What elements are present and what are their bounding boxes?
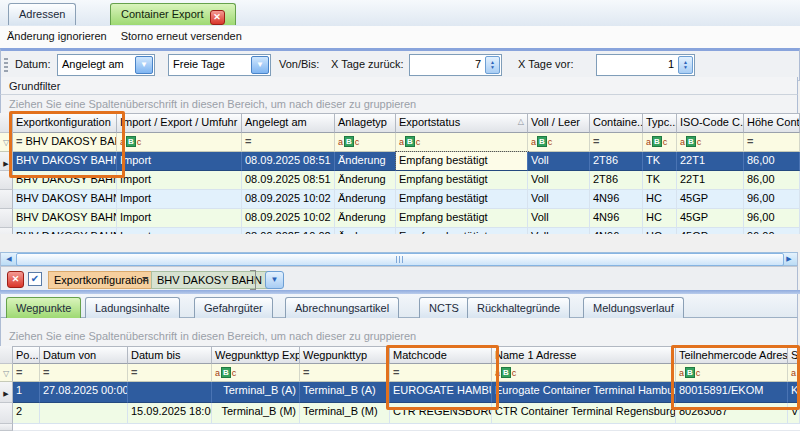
column-header-wegpunkttyp-exp-[interactable]: Wegpunkttyp Exp... (212, 346, 300, 364)
column-header-iso-code-c-[interactable]: ISO-Code C... (677, 113, 744, 133)
cell[interactable]: 2 (13, 403, 40, 424)
cell[interactable]: 15.09.2025 18:00 (128, 403, 212, 424)
row-indicator[interactable] (0, 190, 13, 209)
column-header-containe-[interactable]: Containe... (590, 113, 643, 133)
cell[interactable]: Änderung (335, 152, 396, 171)
cell[interactable]: Voll (528, 171, 590, 190)
column-header-angelegt-am[interactable]: Angelegt am (242, 113, 335, 133)
tab-adressen[interactable]: Adressen (8, 3, 76, 25)
cell[interactable]: Empfang bestätigt (396, 152, 528, 171)
cell[interactable]: 96,00 (744, 209, 800, 228)
cell[interactable]: TK (643, 171, 677, 190)
filter-cell[interactable]: aBc (212, 364, 300, 382)
cell[interactable]: 22T1 (677, 171, 744, 190)
cell[interactable]: 22T1 (677, 152, 744, 171)
filter-cell[interactable]: = (13, 364, 40, 382)
cell[interactable]: BHV DAKOSY BAHN (13, 190, 117, 209)
date-field-combobox[interactable]: Angelegt am ▼ (57, 54, 155, 76)
toolbar-button--nderung-ignorieren[interactable]: Änderung ignorieren (0, 26, 114, 47)
filter-cell[interactable]: aBc (528, 133, 590, 152)
column-header-wegpunkttyp[interactable]: Wegpunkttyp (300, 346, 390, 364)
cell[interactable]: Terminal_B (M) (212, 403, 300, 424)
cell[interactable]: CTR Container Terminal Regensburg (492, 403, 676, 424)
filter-enabled-checkbox[interactable]: ✔ (28, 272, 42, 286)
toolbar-button-storno-erneut-versenden[interactable]: Storno erneut versenden (114, 26, 249, 47)
cell[interactable]: Terminal_B (A) (212, 382, 300, 403)
cell[interactable]: Änderung (335, 209, 396, 228)
tab-wegpunkte[interactable]: Wegpunkte (6, 297, 81, 318)
column-header-name-adresse[interactable]: Name 1 Adresse (492, 346, 676, 364)
cell[interactable]: 1 (13, 382, 40, 403)
cell[interactable]: Import (117, 209, 242, 228)
cell[interactable]: Import (117, 171, 242, 190)
cell[interactable]: 86,00 (744, 152, 800, 171)
tab-ladungsinhalte[interactable]: Ladungsinhalte (85, 297, 180, 318)
cell[interactable]: 08.09.2025 10:02 (242, 190, 335, 209)
cell[interactable]: TK (643, 152, 677, 171)
cell[interactable]: 45GP (677, 209, 744, 228)
filter-cell[interactable]: = (128, 364, 212, 382)
tab-ncts[interactable]: NCTS (419, 297, 469, 318)
cell[interactable]: 2T86 (590, 171, 643, 190)
tab-rückhaltegründe[interactable]: Rückhaltegründe (467, 297, 570, 318)
spinner-updown-icon[interactable]: ▲▼ (678, 56, 693, 74)
date-mode-combobox[interactable]: Freie Tage ▼ (168, 54, 271, 76)
grundfilter-section-header[interactable]: Grundfilter (0, 77, 798, 95)
filter-cell[interactable]: = (744, 133, 800, 152)
close-icon[interactable]: ✕ (210, 10, 225, 25)
column-header-datum-von[interactable]: Datum von (40, 346, 128, 364)
row-indicator[interactable]: ▶ (0, 382, 13, 403)
scrollbar-thumb[interactable] (16, 253, 784, 266)
cell[interactable]: Import (117, 152, 242, 171)
clear-filter-button[interactable]: ✕ (7, 271, 24, 288)
filter-cell[interactable]: = (40, 364, 128, 382)
cell[interactable]: Import (117, 190, 242, 209)
chevron-down-icon[interactable]: ▼ (135, 56, 153, 74)
cell[interactable]: 27.08.2025 00:00 (40, 382, 128, 403)
cell[interactable]: Voll (528, 190, 590, 209)
cell[interactable]: Empfang bestätigt (396, 171, 528, 190)
cell[interactable]: 96,00 (744, 190, 800, 209)
cell[interactable]: Empfang bestätigt (396, 190, 528, 209)
days-forward-input[interactable]: 1 ▲▼ (596, 54, 695, 76)
scroll-right-icon[interactable]: ▶ (782, 254, 796, 264)
cell[interactable]: 4N96 (590, 190, 643, 209)
cell[interactable]: 45GP (677, 190, 744, 209)
cell[interactable]: Änderung (335, 171, 396, 190)
column-header-höhe-conta-[interactable]: Höhe Conta... (744, 113, 800, 133)
tab-meldungsverlauf[interactable]: Meldungsverlauf (583, 297, 684, 318)
filter-cell[interactable]: = (300, 364, 390, 382)
filter-cell[interactable]: = (590, 133, 643, 152)
cell[interactable]: Terminal_B (M) (300, 403, 390, 424)
toolbar-grip-handle[interactable] (4, 58, 8, 72)
tab-gefahrgüter[interactable]: Gefahrgüter (194, 297, 273, 318)
cell[interactable]: 08.09.2025 08:51 (242, 152, 335, 171)
filter-cell[interactable]: aBc (335, 133, 396, 152)
column-header-exportstatus[interactable]: △Exportstatus (396, 113, 528, 133)
cell[interactable]: Voll (528, 152, 590, 171)
tab-container-export[interactable]: Container Export✕ (110, 3, 236, 25)
days-back-input[interactable]: 7 ▲▼ (409, 54, 502, 76)
cell[interactable]: 2T86 (590, 152, 643, 171)
cell[interactable]: 4N96 (590, 209, 643, 228)
column-header-po-[interactable]: Po... (13, 346, 40, 364)
scroll-left-icon[interactable]: ◀ (2, 254, 16, 264)
cell[interactable]: Empfang bestätigt (396, 209, 528, 228)
row-indicator[interactable] (0, 403, 13, 424)
cell[interactable]: HC (643, 209, 677, 228)
filter-cell[interactable]: = (242, 133, 335, 152)
cell[interactable]: 86,00 (744, 171, 800, 190)
cell[interactable] (40, 403, 128, 424)
column-header-import-export-umfuhr[interactable]: Import / Export / Umfuhr (117, 113, 242, 133)
filter-cell[interactable]: aBc (492, 364, 676, 382)
filter-dropdown-button[interactable]: ▼ (265, 271, 284, 289)
cell[interactable]: Änderung (335, 190, 396, 209)
cell[interactable]: Terminal_B (A) (300, 382, 390, 403)
cell[interactable]: Eurogate Container Terminal Hamburg (492, 382, 676, 403)
column-header-anlagetyp[interactable]: Anlagetyp (335, 113, 396, 133)
cell[interactable]: HC (643, 190, 677, 209)
column-header-voll-leer[interactable]: Voll / Leer (528, 113, 590, 133)
column-header-datum-bis[interactable]: Datum bis (128, 346, 212, 364)
spinner-updown-icon[interactable]: ▲▼ (485, 56, 500, 74)
row-indicator[interactable] (0, 209, 13, 228)
